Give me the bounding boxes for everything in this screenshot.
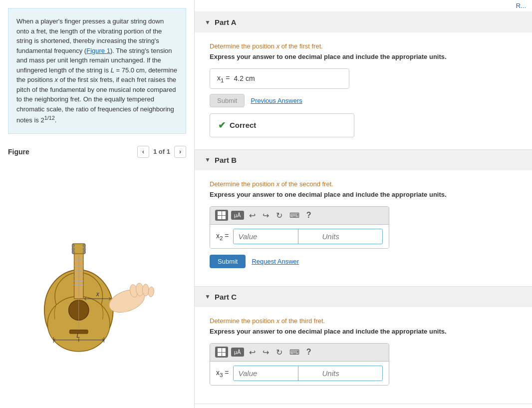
figure-page-label: 1 of 1 [151,148,172,155]
part-b-mu-button[interactable]: μÅ [231,211,244,220]
part-a-chevron: ▼ [205,19,211,26]
part-c-section: ▼ Part C Determine the position x of the… [195,287,532,404]
svg-point-15 [72,251,75,254]
figure-nav: ‹ 1 of 1 › [137,146,186,158]
part-c-toolbar: μÅ ↩ ↪ ↻ ⌨ ? [210,344,389,362]
part-c-header[interactable]: ▼ Part C [195,287,532,307]
part-c-input-row: x3 = [210,362,389,385]
problem-text: When a player's finger presses a guitar … [8,8,186,134]
part-b-redo-button[interactable]: ↪ [261,210,271,221]
part-b-toolbar: μÅ ↩ ↪ ↻ ⌨ ? [210,207,389,225]
part-a-answer-value: 4.2 cm [234,74,255,82]
part-a-prev-answers-link[interactable]: Previous Answers [251,97,302,104]
part-a-correct-banner: ✔ Correct [210,113,354,137]
part-c-reset-button[interactable]: ↻ [274,347,284,358]
part-c-mu-button[interactable]: μÅ [231,348,244,357]
part-b-title: Part B [215,156,237,164]
part-b-input-group [233,229,383,244]
part-c-undo-button[interactable]: ↩ [247,347,258,358]
right-panel: R... ▼ Part A Determine the position x o… [195,0,532,408]
part-b-request-answer-link[interactable]: Request Answer [252,258,299,265]
part-a-instruction: Express your answer to one decimal place… [210,53,517,60]
part-a-section: ▼ Part A Determine the position x of the… [195,12,532,150]
part-b-units-input[interactable] [298,229,363,244]
part-c-math-container: μÅ ↩ ↪ ↻ ⌨ ? x3 = [210,343,389,386]
part-b-instruction: Express your answer to one decimal place… [210,191,517,198]
part-c-eq-label: x3 = [216,369,229,378]
part-a-answer-label: x1 = [217,74,230,83]
part-b-value-input[interactable] [234,229,298,244]
part-c-input-group [233,366,383,381]
part-b-eq-label: x2 = [216,232,229,241]
part-c-help-button[interactable]: ? [304,347,313,358]
part-b-keyboard-button[interactable]: ⌨ [287,210,301,220]
part-b-header[interactable]: ▼ Part B [195,150,532,170]
part-b-undo-button[interactable]: ↩ [247,210,258,221]
part-b-submit-button[interactable]: Submit [210,255,246,268]
part-b-reset-button[interactable]: ↻ [274,210,284,221]
figure-next-button[interactable]: › [174,146,186,158]
part-a-submit-row: Submit Previous Answers [210,94,517,107]
part-b-submit-row: Submit Request Answer [210,255,517,268]
figure-image-area: x L [0,162,194,408]
correct-label: Correct [230,121,256,129]
part-c-title: Part C [215,293,237,301]
svg-point-16 [83,244,86,247]
part-a-header[interactable]: ▼ Part A [195,12,532,32]
guitar-svg: x L [0,162,194,408]
part-c-content: Determine the position x of the third fr… [195,307,532,404]
part-c-units-input[interactable] [298,366,363,381]
svg-point-17 [83,248,86,251]
figure-label: Figure [8,148,29,156]
checkmark-icon: ✔ [218,120,226,131]
figure-prev-button[interactable]: ‹ [137,146,149,158]
part-b-section: ▼ Part B Determine the position x of the… [195,150,532,287]
part-b-content: Determine the position x of the second f… [195,170,532,286]
part-c-grid-button[interactable] [215,347,228,358]
left-panel: When a player's finger presses a guitar … [0,0,195,408]
part-b-input-row: x2 = [210,225,389,248]
part-c-instruction: Express your answer to one decimal place… [210,328,517,335]
svg-text:x: x [96,290,100,297]
part-a-submit-button[interactable]: Submit [210,94,245,107]
svg-point-14 [72,248,75,251]
part-a-question: Determine the position x of the first fr… [210,42,517,50]
part-a-title: Part A [215,18,237,26]
part-b-grid-button[interactable] [215,210,228,221]
part-b-help-button[interactable]: ? [304,210,313,221]
part-c-chevron: ▼ [205,293,211,300]
part-c-question: Determine the position x of the third fr… [210,317,517,325]
svg-text:L: L [76,332,80,339]
part-b-math-container: μÅ ↩ ↪ ↻ ⌨ ? x2 = [210,206,389,249]
svg-point-18 [83,251,86,254]
part-b-question: Determine the position x of the second f… [210,180,517,188]
svg-point-22 [142,284,149,296]
top-link[interactable]: R... [516,2,526,9]
top-bar: R... [195,0,532,12]
figure-link[interactable]: Figure 1 [86,47,110,54]
part-c-redo-button[interactable]: ↪ [261,347,271,358]
figure-header: Figure ‹ 1 of 1 › [0,142,194,162]
part-c-value-input[interactable] [234,366,298,381]
part-b-chevron: ▼ [205,156,211,163]
part-c-keyboard-button[interactable]: ⌨ [287,347,301,357]
part-a-answer-box: x1 = 4.2 cm [210,68,349,89]
part-a-content: Determine the position x of the first fr… [195,32,532,149]
svg-point-13 [72,244,75,247]
